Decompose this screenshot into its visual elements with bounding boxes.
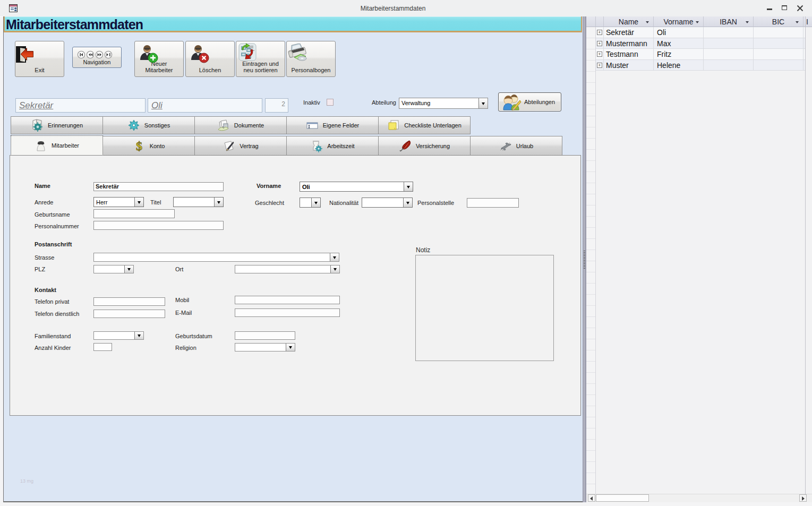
- svg-text:$: $: [136, 140, 142, 152]
